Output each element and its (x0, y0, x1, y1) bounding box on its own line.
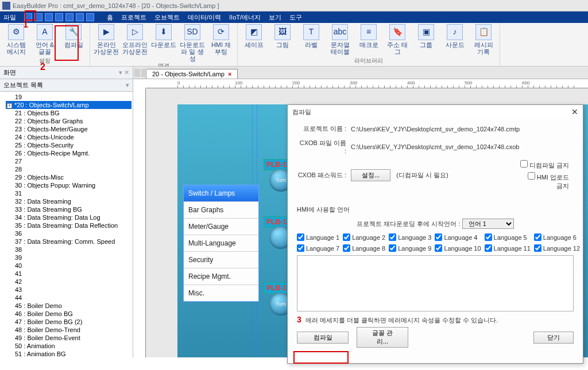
tree-item[interactable]: 38 (6, 246, 131, 254)
compile-button[interactable]: 컴파일 (297, 332, 349, 344)
hmi-menu-item[interactable]: Misc. (184, 285, 258, 301)
tree-item[interactable]: 33 : Data Streaming BG (6, 205, 131, 213)
lang-checkbox-item[interactable]: Language 9 (389, 244, 431, 252)
menu-tool[interactable]: 도구 (289, 13, 302, 22)
tree-item[interactable]: 51 : Animation BG (6, 350, 131, 357)
lang-checkbox-item[interactable]: Language 12 (534, 244, 580, 252)
tree-item[interactable]: 26 : Objects-Recipe Mgmt. (6, 149, 131, 157)
tree-item[interactable]: 40 (6, 262, 131, 270)
hmi-menu-item[interactable]: Meter/Gauge (184, 218, 258, 235)
ribbon-group-lib[interactable]: ▣그룹 (413, 24, 439, 55)
menu-object[interactable]: 오브젝트 (154, 13, 180, 22)
panel-dropdown-icon[interactable]: ▾ (126, 81, 129, 89)
tree-item[interactable]: 31 (6, 189, 131, 197)
lang-checkbox-item[interactable]: Language 7 (297, 244, 339, 252)
tab-nav-arrows[interactable] (134, 69, 147, 77)
tree-item[interactable]: 36 (6, 229, 131, 237)
menu-view[interactable]: 보기 (269, 13, 281, 22)
menu-data[interactable]: 데이터/이력 (188, 13, 221, 22)
ribbon-address-tag[interactable]: 🔖주소 태그 (385, 24, 410, 55)
tree-item[interactable]: 25 : Objects-Security (6, 141, 131, 149)
ribbon-system-message[interactable]: ⚙시스템 메시지 (3, 24, 29, 55)
menu-file[interactable]: 파일 (3, 13, 16, 22)
tree-item[interactable]: 32 : Data Streaming (6, 197, 131, 205)
lang-checkbox[interactable] (343, 244, 350, 252)
lang-checkbox-item[interactable]: Language 10 (435, 244, 481, 252)
opt-no-decompile[interactable]: 디컴파일 금지 (520, 160, 569, 170)
tree-item[interactable]: 30 : Objects Popup: Warning (6, 181, 131, 189)
hmi-menu-header[interactable]: Switch / Lamps (184, 185, 258, 201)
lang-checkbox-item[interactable]: Language 11 (485, 244, 531, 252)
menu-iiot[interactable]: IIoT/에너지 (229, 13, 261, 22)
tree-item[interactable]: 50 : Animation (6, 342, 131, 350)
tree-item[interactable]: 44 (6, 294, 131, 302)
compile-output-box[interactable] (297, 255, 574, 311)
tree-item[interactable]: 22 : Objects-Bar Graphs (6, 117, 131, 125)
tree-item[interactable]: 45 : Boiler Demo (6, 302, 131, 310)
tree-item[interactable]: 19 (6, 93, 131, 101)
lang-checkbox[interactable] (435, 233, 442, 241)
hmi-menu-item[interactable]: Recipe Mgmt. (184, 268, 258, 285)
lang-checkbox[interactable] (534, 244, 541, 252)
lang-checkbox-item[interactable]: Language 1 (297, 233, 339, 241)
lang-checkbox-item[interactable]: Language 4 (435, 233, 481, 241)
lang-checkbox-item[interactable]: Language 6 (534, 233, 580, 241)
lang-checkbox-item[interactable]: Language 2 (343, 233, 385, 241)
tree-item[interactable]: 21 : Objects BG (6, 109, 131, 117)
lang-checkbox[interactable] (435, 244, 442, 252)
lang-checkbox[interactable] (534, 233, 541, 241)
ribbon-language-font[interactable]: A언어 & 글꼴 (32, 24, 57, 55)
ribbon-picture[interactable]: 🖼그림 (270, 24, 295, 55)
tree-item[interactable]: 41 (6, 270, 131, 278)
close-button[interactable]: 닫기 (533, 332, 574, 344)
lang-checkbox[interactable] (343, 233, 350, 241)
ribbon-offline-sim[interactable]: ▷오프라인 가상운전 (122, 24, 148, 62)
qab-icon-6[interactable] (76, 13, 84, 21)
tree-item[interactable]: 29 : Objects-Misc (6, 173, 131, 181)
ribbon-label[interactable]: T라벨 (299, 24, 324, 55)
plb-label-1[interactable]: PLB-1 (264, 159, 289, 170)
tree-item[interactable]: 42 (6, 278, 131, 286)
tree-item[interactable]: 35 : Data Streaming: Data Reflection (6, 221, 131, 229)
qab-redo-icon[interactable] (55, 13, 63, 21)
ribbon-build-download[interactable]: SD다운로드 파 일 생성 (180, 24, 205, 62)
tab-close-icon[interactable]: × (228, 71, 231, 77)
menu-project[interactable]: 프로젝트 (121, 13, 146, 22)
lang-checkbox[interactable] (297, 233, 304, 241)
screen-tree[interactable]: 19+*20 : Objects-Switch/Lamp21 : Objects… (0, 92, 133, 357)
ribbon-online-sim[interactable]: ▶온라인 가상운전 (94, 24, 119, 62)
lang-checkbox[interactable] (485, 244, 492, 252)
lang-checkbox[interactable] (389, 233, 396, 241)
tree-item[interactable]: 23 : Objects-Meter/Gauge (6, 125, 131, 133)
lang-checkbox-item[interactable]: Language 8 (343, 244, 385, 252)
opt-no-upload[interactable]: HMI 업로드 금지 (520, 172, 569, 190)
password-settings-button[interactable]: 설정... (351, 169, 390, 181)
qab-undo-icon[interactable] (45, 13, 53, 21)
ribbon-macro[interactable]: ≡매크로 (356, 24, 381, 55)
tree-item[interactable]: 49 : Boiler Demo-Event (6, 334, 131, 342)
ribbon-sound[interactable]: ♪사운드 (442, 24, 467, 55)
ribbon-shape[interactable]: ◩셰이프 (241, 24, 266, 55)
plb-label-3[interactable]: PLB-1 (264, 282, 289, 294)
tree-item[interactable]: +*20 : Objects-Switch/Lamp (6, 101, 131, 109)
qab-icon-5[interactable] (65, 13, 74, 21)
lang-checkbox-item[interactable]: Language 3 (389, 233, 431, 241)
lang-checkbox[interactable] (389, 244, 396, 252)
tree-item[interactable]: 27 (6, 157, 131, 165)
tree-item[interactable]: 24 : Objects-Unicode (6, 133, 131, 141)
ribbon-recipe-log[interactable]: 📋레시피 기록 (471, 24, 496, 55)
tree-item[interactable]: 28 (6, 165, 131, 173)
ribbon-hmi-reboot[interactable]: ⟳HMI 재부팅 (208, 24, 234, 62)
menu-home[interactable]: 홈 (107, 13, 113, 22)
document-tab[interactable]: 20 - Objects-Switch/Lamp × (146, 69, 238, 79)
qab-icon-7[interactable] (86, 13, 94, 21)
start-lang-select[interactable]: 언어 1 (462, 219, 514, 229)
tree-item[interactable]: 37 : Data Streaming: Comm. Speed (6, 237, 131, 246)
lang-checkbox-item[interactable]: Language 5 (485, 233, 531, 241)
ribbon-string-table[interactable]: abc문자열 테이블 (327, 24, 353, 55)
hmi-menu-item[interactable]: Multi-Language (184, 235, 258, 251)
tree-item[interactable]: 48 : Boiler Demo-Trend (6, 326, 131, 334)
opt-no-upload-checkbox[interactable] (528, 172, 535, 180)
dialog-close-icon[interactable]: ✕ (571, 107, 578, 116)
tree-item[interactable]: 39 (6, 254, 131, 262)
